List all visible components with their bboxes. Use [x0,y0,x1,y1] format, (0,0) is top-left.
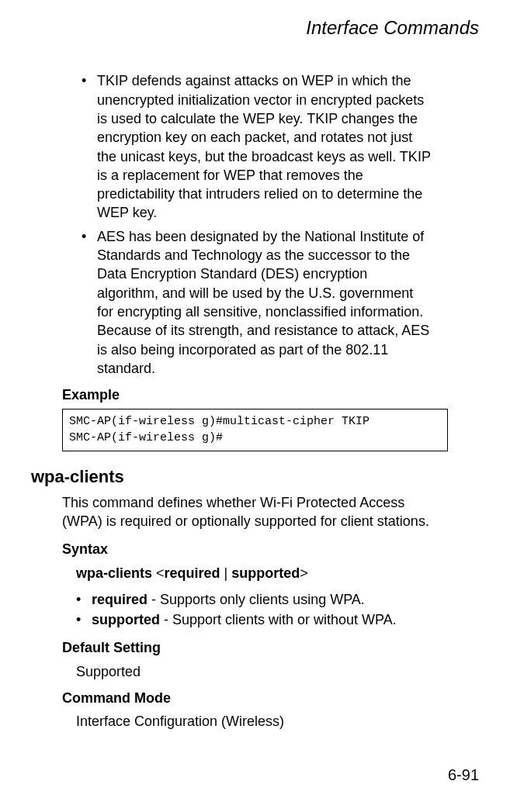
syntax-command-name: wpa-clients [76,565,152,581]
page-container: Interface Commands TKIP defends against … [0,0,510,812]
syntax-close-bracket: > [300,565,308,581]
command-mode-value: Interface Configuration (Wireless) [76,712,448,731]
command-mode-label: Command Mode [62,689,479,707]
page-number: 6-91 [448,765,479,786]
option-name-supported: supported [92,612,160,627]
default-setting-value: Supported [76,662,448,681]
example-code-box: SMC-AP(if-wireless g)#multicast-cipher T… [62,409,448,451]
option-name-required: required [92,592,147,607]
command-description: This command defines whether Wi-Fi Prote… [62,493,448,531]
syntax-option-required: required [165,565,220,581]
list-item: supported - Support clients with or with… [76,610,448,629]
option-desc-supported: - Support clients with or without WPA. [160,612,397,627]
example-label: Example [62,385,479,404]
top-bullet-list: TKIP defends against attacks on WEP in w… [31,71,479,378]
list-item: AES has been designated by the National … [82,227,432,378]
option-desc-required: - Supports only clients using WPA. [147,592,365,607]
syntax-label: Syntax [62,540,479,558]
list-item: TKIP defends against attacks on WEP in w… [82,71,432,222]
options-list: required - Supports only clients using W… [76,590,448,630]
list-item: required - Supports only clients using W… [76,590,448,609]
syntax-open-bracket: < [156,565,165,581]
default-setting-label: Default Setting [62,638,479,657]
syntax-option-supported: supported [231,565,300,581]
command-heading: wpa-clients [31,465,479,489]
syntax-separator: | [220,565,232,581]
syntax-line: wpa-clients <required | supported> [76,564,448,582]
page-header-title: Interface Commands [31,16,479,40]
